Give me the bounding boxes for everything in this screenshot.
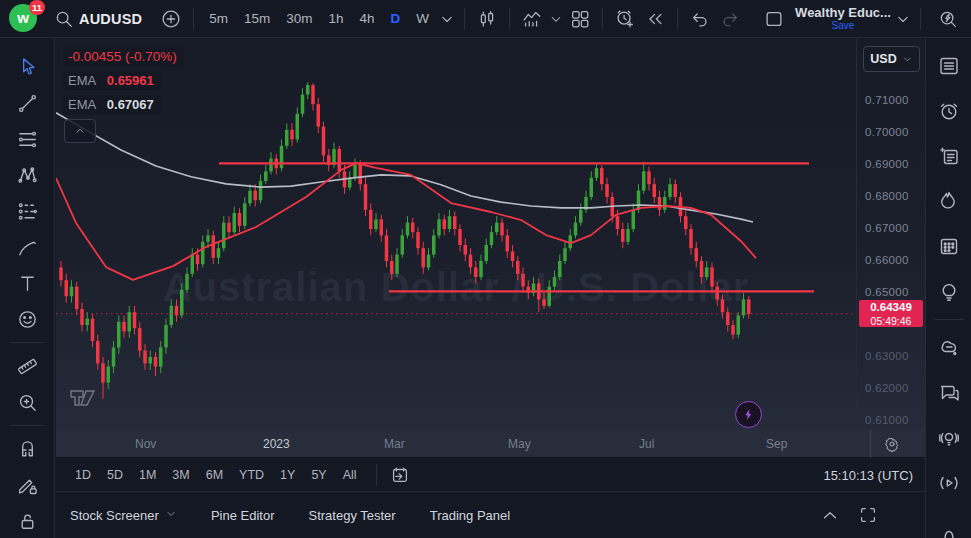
panel-alerts-icon[interactable] bbox=[931, 92, 967, 130]
range-button-6M[interactable]: 6M bbox=[199, 465, 230, 485]
currency-select[interactable]: USD bbox=[863, 46, 920, 72]
timeframe-button-5m[interactable]: 5m bbox=[203, 8, 234, 29]
footer-tab-trading-panel[interactable]: Trading Panel bbox=[430, 508, 510, 523]
tradingview-watermark-icon[interactable] bbox=[70, 389, 106, 419]
layout-name-button[interactable]: Wealthy Educ... Save bbox=[795, 6, 891, 31]
draw-tool-ruler-icon[interactable] bbox=[8, 348, 46, 384]
separator bbox=[193, 8, 194, 30]
price-tick[interactable]: 0.70000 bbox=[865, 126, 909, 138]
panel-notes-icon[interactable] bbox=[931, 137, 967, 175]
draw-tool-text-icon[interactable] bbox=[8, 265, 46, 301]
draw-tool-hlines-icon[interactable] bbox=[8, 121, 46, 157]
price-tick[interactable]: 0.66000 bbox=[865, 254, 909, 266]
timeframe-button-D[interactable]: D bbox=[385, 8, 407, 29]
panel-watchlist-icon[interactable] bbox=[931, 47, 967, 85]
toolbar-separator bbox=[934, 319, 964, 320]
create-alert-icon[interactable] bbox=[610, 4, 640, 34]
range-button-5D[interactable]: 5D bbox=[100, 465, 130, 485]
price-tick[interactable]: 0.63000 bbox=[865, 350, 909, 362]
draw-tool-trendline-icon[interactable] bbox=[8, 85, 46, 121]
quick-search-icon[interactable] bbox=[933, 4, 963, 34]
save-layout-icon[interactable] bbox=[759, 4, 789, 34]
footer-tab-pine-editor[interactable]: Pine Editor bbox=[211, 508, 275, 523]
panel-minds-icon[interactable] bbox=[931, 329, 967, 367]
ema-slow-legend[interactable]: EMA 0.67067 bbox=[63, 95, 161, 115]
draw-tool-cursor-icon[interactable] bbox=[8, 49, 46, 85]
bar-replay-icon[interactable] bbox=[640, 4, 670, 34]
price-scale[interactable]: USD 0.64349 05:49:46 0.710000.700000.690… bbox=[857, 39, 925, 430]
panel-streams-icon[interactable] bbox=[931, 464, 967, 502]
indicators-icon[interactable] bbox=[517, 4, 547, 34]
ema-fast-label: EMA bbox=[68, 73, 96, 88]
panel-expand-chevron-icon[interactable] bbox=[818, 503, 842, 527]
timeframe-chevron-icon[interactable] bbox=[437, 4, 457, 34]
panel-chat-icon[interactable] bbox=[931, 374, 967, 412]
draw-tool-brush-icon[interactable] bbox=[8, 229, 46, 265]
range-button-1M[interactable]: 1M bbox=[132, 465, 163, 485]
top-toolbar: w 11 AUDUSD 5m15m30m1h4hDW bbox=[0, 0, 971, 38]
undo-icon[interactable] bbox=[685, 4, 715, 34]
footer-tab-stock-screener[interactable]: Stock Screener bbox=[70, 508, 177, 523]
layout-grid-icon[interactable] bbox=[565, 4, 595, 34]
range-button-3M[interactable]: 3M bbox=[165, 465, 196, 485]
chart-style-candles-icon[interactable] bbox=[472, 4, 502, 34]
currency-value: USD bbox=[870, 52, 896, 66]
go-to-date-icon[interactable] bbox=[387, 462, 413, 488]
app-logo[interactable]: w 11 bbox=[9, 4, 39, 34]
time-axis[interactable]: Nov2023MarMayJulSep bbox=[56, 430, 925, 458]
panel-hotlists-icon[interactable] bbox=[931, 182, 967, 220]
panel-bell-icon[interactable] bbox=[931, 509, 967, 538]
price-tick[interactable]: 0.69000 bbox=[865, 158, 909, 170]
range-button-YTD[interactable]: YTD bbox=[232, 465, 271, 485]
price-tick[interactable]: 0.67000 bbox=[865, 222, 909, 234]
draw-tool-xabcd-icon[interactable] bbox=[8, 157, 46, 193]
compare-add-icon[interactable] bbox=[156, 4, 186, 34]
layout-chevron-icon[interactable] bbox=[893, 4, 913, 34]
range-button-All[interactable]: All bbox=[336, 465, 364, 485]
legend-collapse-button[interactable] bbox=[64, 119, 96, 143]
range-button-5Y[interactable]: 5Y bbox=[304, 465, 333, 485]
price-tick[interactable]: 0.61000 bbox=[865, 414, 909, 426]
chart-settings-gear-icon[interactable] bbox=[880, 433, 904, 455]
save-link[interactable]: Save bbox=[832, 20, 855, 31]
range-button-1Y[interactable]: 1Y bbox=[273, 465, 302, 485]
ema-fast-legend[interactable]: EMA 0.65961 bbox=[63, 71, 161, 91]
draw-tool-lock-icon[interactable] bbox=[8, 503, 46, 538]
draw-tool-magnet-icon[interactable] bbox=[8, 431, 46, 467]
current-price-label[interactable]: 0.64349 05:49:46 bbox=[859, 300, 923, 327]
panel-live-ideas-icon[interactable] bbox=[931, 419, 967, 457]
draw-tool-smiley-icon[interactable] bbox=[8, 301, 46, 337]
draw-tool-zoomin-icon[interactable] bbox=[8, 384, 46, 420]
range-button-1D[interactable]: 1D bbox=[68, 465, 98, 485]
timeframe-button-30m[interactable]: 30m bbox=[280, 8, 318, 29]
fullscreen-icon[interactable] bbox=[856, 503, 880, 527]
instant-trading-icon[interactable] bbox=[735, 401, 762, 428]
price-tick[interactable]: 0.71000 bbox=[865, 94, 909, 106]
price-tick[interactable]: 0.65000 bbox=[865, 286, 909, 298]
timeframe-button-15m[interactable]: 15m bbox=[238, 8, 276, 29]
ema-slow-label: EMA bbox=[68, 97, 96, 112]
clock-utc[interactable]: 15:10:13 (UTC) bbox=[823, 468, 913, 483]
redo-icon[interactable] bbox=[715, 4, 745, 34]
separator bbox=[677, 8, 678, 30]
panel-ideas-icon[interactable] bbox=[931, 272, 967, 310]
timeframe-button-W[interactable]: W bbox=[410, 8, 435, 29]
footer-icons bbox=[818, 503, 880, 527]
ema-fast-line[interactable] bbox=[56, 163, 756, 280]
price-tick[interactable]: 0.62000 bbox=[865, 382, 909, 394]
footer-tab-strategy-tester[interactable]: Strategy Tester bbox=[308, 508, 395, 523]
time-label-Mar: Mar bbox=[384, 437, 405, 451]
bottom-toolbar: 1D5D1M3M6MYTD1Y5YAll 15:10:13 (UTC) bbox=[56, 459, 925, 492]
drawing-toolbar bbox=[0, 39, 55, 538]
price-tick[interactable]: 0.68000 bbox=[865, 190, 909, 202]
timeframe-button-4h[interactable]: 4h bbox=[354, 8, 381, 29]
draw-tool-forecast-icon[interactable] bbox=[8, 193, 46, 229]
chart-pane[interactable]: Australian Dollar / U.S. Dollar -0.00455… bbox=[56, 39, 925, 430]
timeframe-button-1h[interactable]: 1h bbox=[323, 8, 350, 29]
indicators-chevron-icon[interactable] bbox=[547, 4, 565, 34]
ema-slow-line[interactable] bbox=[56, 113, 753, 222]
symbol-search[interactable]: AUDUSD bbox=[49, 4, 156, 34]
panel-calendar-icon[interactable] bbox=[931, 227, 967, 265]
date-range-group: 1D5D1M3M6MYTD1Y5YAll bbox=[68, 465, 366, 485]
draw-tool-pencil-lock-icon[interactable] bbox=[8, 467, 46, 503]
